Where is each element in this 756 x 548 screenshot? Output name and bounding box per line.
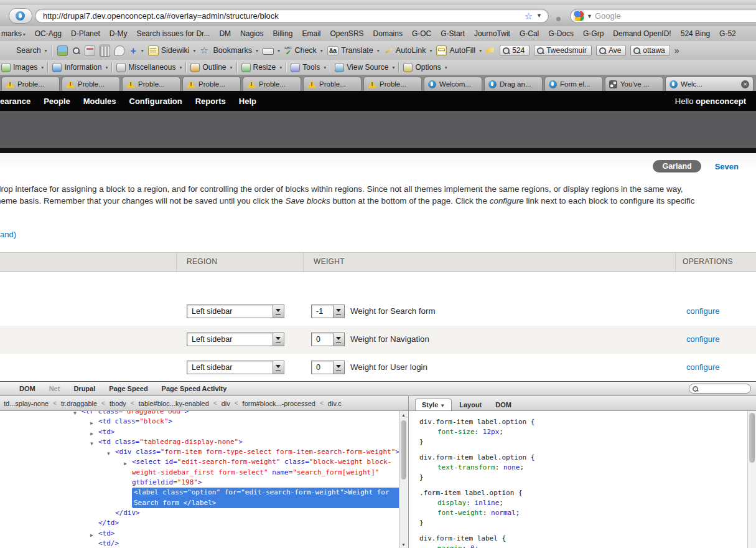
admin-menu-item-help[interactable]: Help (239, 97, 256, 106)
dropdown-arrow-icon[interactable] (273, 305, 284, 318)
bookmark-item[interactable]: Nagios (240, 29, 263, 38)
configure-link[interactable]: configure (686, 306, 719, 316)
css-property[interactable]: text-transform: none; (419, 463, 756, 473)
html-panel-scrollbar[interactable]: ▲ ▼ (399, 411, 408, 548)
breadcrumb-item[interactable]: table#bloc...ky-enabled (139, 400, 209, 407)
finance-icon[interactable] (100, 44, 110, 57)
webdev-menu-view-source[interactable]: View Source▾ (335, 63, 394, 72)
webdev-menu-options[interactable]: Options▾ (403, 63, 447, 72)
dropdown-arrow-icon[interactable] (333, 361, 344, 374)
region-select[interactable]: Left sidebar (187, 361, 284, 374)
webdev-menu-miscellaneous[interactable]: Miscellaneous▾ (116, 63, 182, 72)
region-select[interactable]: Left sidebar (187, 305, 284, 318)
browser-tab[interactable]: Drag an... (484, 77, 543, 91)
dropdown-arrow-icon[interactable] (333, 333, 344, 346)
browser-tab[interactable]: Proble... (243, 77, 301, 91)
breadcrumb-item[interactable]: tr.draggable (61, 400, 97, 407)
bookmark-item[interactable]: G-Cal (520, 29, 539, 38)
css-selector[interactable]: div.form-item label.option (419, 453, 526, 461)
bookmark-item[interactable]: Domains (373, 29, 403, 38)
weight-select[interactable]: 0 (311, 361, 345, 374)
breadcrumb-item[interactable]: div.c (328, 400, 342, 407)
bookmark-item[interactable]: G-Grp (583, 29, 604, 38)
firebug-tab-dom[interactable]: DOM (12, 385, 42, 392)
toolbar-overflow-icon[interactable]: » (674, 45, 679, 55)
webdev-menu-tools[interactable]: Tools▾ (291, 63, 326, 72)
css-selector[interactable]: .form-item label.option (419, 489, 514, 497)
css-property[interactable]: font-size: 12px; (419, 427, 756, 437)
bookmark-item[interactable]: JournoTwit (474, 29, 510, 38)
css-property[interactable]: display: inline; (419, 498, 756, 508)
side-tab-dom[interactable]: DOM (489, 399, 518, 410)
close-icon[interactable]: ✕ (741, 80, 749, 88)
firebug-tab-net[interactable]: Net (42, 385, 67, 392)
bookmark-item[interactable]: G-OC (412, 29, 431, 38)
configure-link[interactable]: configure (686, 362, 719, 372)
webdev-menu-images[interactable]: Images▾ (1, 63, 44, 72)
firebug-search-input[interactable] (689, 384, 751, 394)
side-tab-style[interactable]: Style▼ (415, 399, 452, 410)
tab-seven[interactable]: Seven (715, 162, 739, 171)
firebug-tab-page-speed[interactable]: Page Speed (102, 385, 154, 392)
bookmark-item[interactable]: 524 Bing (681, 29, 710, 38)
add-gadget-icon[interactable]: + (129, 47, 138, 55)
tab-garland[interactable]: Garland (653, 160, 701, 172)
dom-tree-node[interactable]: <label class="option" for="edit-search-f… (0, 488, 408, 508)
browser-tab[interactable]: Welc...✕ (665, 77, 754, 91)
browser-tab[interactable]: Proble... (1, 77, 60, 91)
webdev-menu-information[interactable]: Information▾ (52, 63, 108, 72)
browser-tab[interactable]: Proble... (122, 77, 180, 91)
spellcheck-menu[interactable]: ABC✓Check▾ (284, 46, 323, 55)
region-select[interactable]: Left sidebar (187, 333, 284, 346)
scrollbar-thumb[interactable] (749, 413, 755, 463)
google-search-menu[interactable]: Search▾ (16, 46, 47, 55)
dom-tree-node[interactable]: ▶<td> (0, 529, 408, 539)
dom-tree-node[interactable]: </td> (0, 518, 408, 528)
bookmark-item[interactable]: G-52 (719, 29, 736, 38)
highlighter-icon[interactable] (486, 46, 495, 55)
bookmark-item[interactable]: D-My (110, 29, 128, 38)
weight-select[interactable]: 0 (311, 333, 345, 346)
scroll-down-icon[interactable]: ▼ (400, 541, 407, 548)
user-greeting[interactable]: Hello openconcept (675, 97, 746, 106)
site-identity-button[interactable] (9, 8, 32, 24)
dropdown-arrow-icon[interactable] (333, 305, 344, 318)
search-term-button[interactable]: 524 (500, 45, 530, 56)
bookmark-item[interactable]: marks▾ (1, 29, 26, 38)
css-selector[interactable]: div.form-item label.option (419, 418, 526, 426)
dom-tree-node[interactable]: ▶<td class="block"> (0, 417, 408, 427)
style-panel-scrollbar[interactable] (747, 411, 756, 548)
breadcrumb-item[interactable]: tbody (110, 400, 126, 407)
sidewiki-menu[interactable]: Sidewiki▾ (148, 45, 196, 56)
dom-tree-node[interactable]: ▶<select id="edit-search-form-weight" cl… (0, 457, 408, 488)
gbookmarks-menu[interactable]: Bookmarks▾ (213, 46, 259, 55)
chat-icon[interactable] (114, 45, 125, 56)
scrollbar-thumb[interactable] (401, 420, 406, 479)
bookmark-item[interactable]: OpenSRS (330, 29, 364, 38)
firebug-tab-page-speed-activity[interactable]: Page Speed Activity (155, 385, 234, 392)
bookmark-item[interactable]: Search issues for Dr... (136, 29, 210, 38)
search-term-button[interactable]: Ave (596, 45, 626, 56)
bookmark-item[interactable]: Billing (273, 29, 292, 38)
browser-tab[interactable]: Proble... (303, 77, 362, 91)
dropdown-arrow-icon[interactable] (273, 333, 284, 346)
webdev-menu-outline[interactable]: Outline▾ (190, 63, 232, 72)
admin-menu-item-reports[interactable]: Reports (195, 97, 226, 106)
news-icon[interactable] (85, 45, 95, 56)
breadcrumb-item[interactable]: form#block...-processed (243, 400, 315, 407)
translate-menu[interactable]: âaTranslate▾ (327, 46, 380, 55)
dom-tree-node[interactable]: </div> (0, 508, 408, 518)
browser-tab[interactable]: Form el... (544, 77, 603, 91)
bookmark-star-icon[interactable]: ☆ (200, 46, 209, 55)
bookmark-item[interactable]: OC-Agg (35, 29, 62, 38)
dropdown-arrow-icon[interactable] (273, 361, 284, 374)
browser-tab[interactable]: Proble... (62, 77, 120, 91)
scroll-up-icon[interactable]: ▲ (400, 412, 407, 418)
bookmark-item[interactable]: G-Start (441, 29, 465, 38)
admin-menu-item-earance[interactable]: earance (0, 97, 30, 106)
dom-tree-node[interactable]: ▼<td class="tabledrag-display-none"> (0, 437, 408, 447)
dom-tree-node[interactable]: ▶<td> (0, 427, 408, 437)
images-icon[interactable] (57, 45, 68, 56)
popup-blocker-icon[interactable] (263, 48, 274, 55)
weight-select[interactable]: -1 (311, 305, 345, 318)
